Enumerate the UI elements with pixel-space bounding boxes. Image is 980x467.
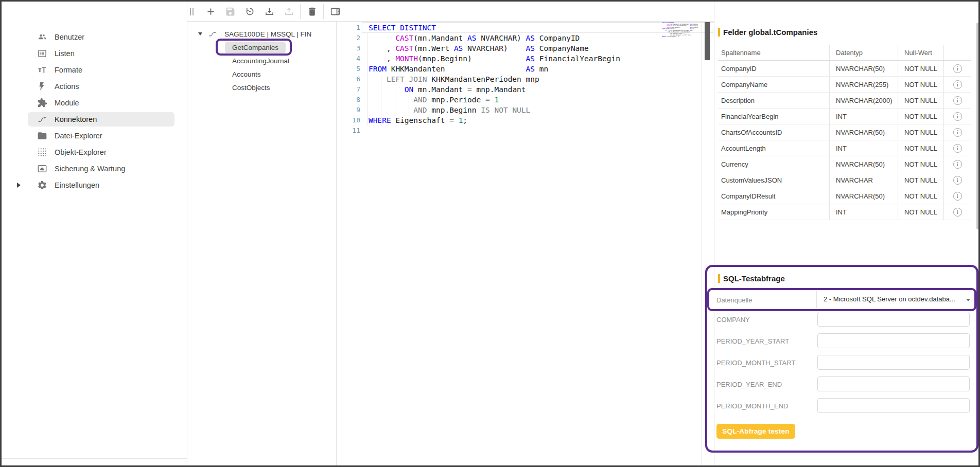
info-icon[interactable] <box>953 208 962 217</box>
sidebar-item-einstellungen[interactable]: Einstellungen <box>2 177 187 193</box>
sidebar-item-label: Sicherung & Wartung <box>55 165 125 173</box>
info-icon[interactable] <box>953 128 962 137</box>
field-nullable: NOT NULL <box>898 140 944 156</box>
save-button[interactable] <box>220 2 240 21</box>
sidebar-item-konnektoren[interactable]: Konnektoren <box>2 111 187 128</box>
delete-button[interactable] <box>302 2 322 21</box>
field-nullable: NOT NULL <box>898 172 944 188</box>
save-icon <box>225 6 236 17</box>
field-row-description: DescriptionNVARCHAR(2000)NOT NULL <box>718 93 971 109</box>
sidebar-item-label: Benutzer <box>55 33 84 41</box>
dot-grid-icon <box>37 147 47 157</box>
download-button[interactable] <box>259 2 279 21</box>
param-input-company[interactable] <box>817 312 970 327</box>
editor-scrollbar-thumb[interactable] <box>705 22 710 60</box>
param-input-period-year-start[interactable] <box>817 333 970 348</box>
section-accent-bar <box>718 274 720 283</box>
tree-item-label: AccountingJournal <box>228 56 293 66</box>
editor-minimap[interactable]: SELECT DISTINCT CAST(mn.Mandant AS NVARC… <box>662 22 698 40</box>
sidebar-item-actions[interactable]: Actions <box>2 78 187 95</box>
field-nullable: NOT NULL <box>898 156 944 172</box>
line-number: 4 <box>337 53 360 64</box>
sidebar-item-label: Listen <box>55 49 75 58</box>
folder-icon <box>37 131 47 141</box>
field-type: NVARCHAR <box>830 172 898 188</box>
param-label-period-month-start: PERIOD_MONTH_START <box>716 359 795 367</box>
sidebar-item-formate[interactable]: Formate <box>2 62 187 78</box>
lightning-icon <box>37 81 47 92</box>
param-input-period-month-end[interactable] <box>817 398 970 413</box>
line-number: 3 <box>337 43 360 53</box>
test-title-text: SQL-Testabfrage <box>723 274 785 283</box>
param-input-period-year-end[interactable] <box>817 376 970 391</box>
download-icon <box>264 6 275 17</box>
sidebar-item-objekt-explorer[interactable]: Objekt-Explorer <box>2 144 187 160</box>
indent-guide <box>409 95 409 125</box>
run-sql-test-button[interactable]: SQL-Abfrage testen <box>716 424 795 439</box>
upload-button[interactable] <box>279 2 299 21</box>
line-number: 6 <box>337 74 360 84</box>
info-icon[interactable] <box>953 176 962 185</box>
field-row-currency: CurrencyNVARCHAR(50)NOT NULL <box>718 156 971 172</box>
field-row-financialyearbegin: FinancialYearBeginINTNOT NULL <box>718 109 971 124</box>
sidebar-item-listen[interactable]: Listen <box>2 45 187 62</box>
info-icon[interactable] <box>953 192 962 201</box>
field-nullable: NOT NULL <box>898 109 944 124</box>
upload-icon <box>284 6 294 17</box>
sidebar-item-datei-explorer[interactable]: Datei-Explorer <box>2 128 187 144</box>
sql-editor[interactable]: 1234567891011 SELECT DISTINCT CAST(mn.Ma… <box>337 22 702 465</box>
line-number: 5 <box>337 64 360 74</box>
chevron-down-icon[interactable] <box>966 299 970 301</box>
info-icon[interactable] <box>953 160 962 169</box>
field-name: FinancialYearBegin <box>718 109 830 124</box>
text-format-icon <box>37 65 47 75</box>
sidebar-bottom-divider <box>2 458 187 459</box>
info-icon[interactable] <box>953 64 962 73</box>
field-row-companyname: CompanyNameNVARCHAR(255)NOT NULL <box>718 77 971 93</box>
line-number: 7 <box>337 84 360 95</box>
indent-guide <box>381 74 381 125</box>
editor-line-numbers: 1234567891011 <box>337 23 360 136</box>
trash-icon <box>307 6 318 17</box>
tree-item-accounts[interactable]: Accounts <box>187 67 336 81</box>
fields-title-text: Felder global.tCompanies <box>723 28 817 37</box>
connector-tree-panel: SAGE100DE | MSSQL | FIN GetCompaniesAcco… <box>187 22 337 465</box>
info-icon[interactable] <box>953 96 962 105</box>
toggle-panel-button[interactable] <box>325 2 345 21</box>
info-icon[interactable] <box>953 80 962 89</box>
add-button[interactable] <box>201 2 220 21</box>
chevron-right-icon[interactable] <box>17 183 21 188</box>
tree-item-label: Accounts <box>228 69 265 80</box>
panel-resize-handle[interactable] <box>190 8 194 15</box>
sidebar-item-benutzer[interactable]: Benutzer <box>2 29 187 45</box>
test-section-title: SQL-Testabfrage <box>718 274 785 283</box>
tree-item-costobjects[interactable]: CostObjects <box>187 81 336 94</box>
datasource-select[interactable]: 2 - Microsoft SQL Server on octdev.datab… <box>824 295 962 303</box>
sidebar-item-sicherung-wartung[interactable]: Sicherung & Wartung <box>2 160 187 177</box>
line-number: 8 <box>337 95 360 105</box>
sidebar-item-module[interactable]: Module <box>2 95 187 111</box>
backup-icon <box>37 164 47 174</box>
info-icon[interactable] <box>953 112 962 121</box>
datasource-divider <box>816 291 817 308</box>
line-number: 9 <box>337 105 360 115</box>
tree-item-getcompanies[interactable]: GetCompanies <box>187 41 336 54</box>
connector-icon <box>37 114 47 124</box>
field-type: NVARCHAR(50) <box>830 156 898 172</box>
info-icon[interactable] <box>953 144 962 153</box>
app-window: BenutzerListenFormateActionsModuleKonnek… <box>0 0 980 467</box>
field-row-companyid: CompanyIDNVARCHAR(50)NOT NULL <box>718 61 971 77</box>
chevron-down-icon[interactable] <box>198 32 202 35</box>
people-icon <box>37 32 47 42</box>
editor-code[interactable]: SELECT DISTINCT CAST(mn.Mandant AS NVARC… <box>369 23 620 136</box>
tree-item-accountingjournal[interactable]: AccountingJournal <box>187 54 336 67</box>
field-name: CompanyName <box>718 77 830 92</box>
param-input-period-month-start[interactable] <box>817 355 970 370</box>
history-button[interactable] <box>240 2 259 21</box>
panel-scrollbar-thumb[interactable] <box>976 23 979 229</box>
section-accent-bar <box>718 28 720 37</box>
field-name: ChartsOfAccountsID <box>718 124 830 140</box>
tree-root-sage100de[interactable]: SAGE100DE | MSSQL | FIN <box>187 27 336 41</box>
sidebar-item-label: Module <box>55 99 79 107</box>
gear-icon <box>37 180 47 190</box>
